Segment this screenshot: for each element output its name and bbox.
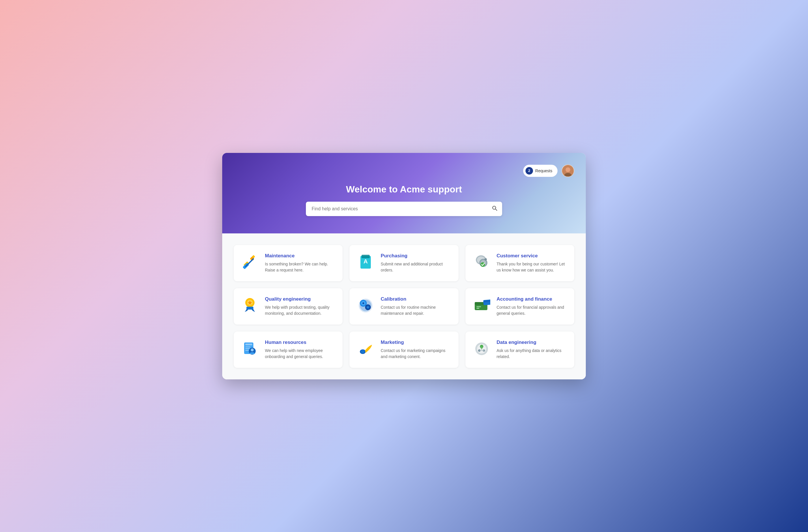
card-accounting-finance[interactable]: Accounting and finance Contact us for fi… (465, 288, 574, 325)
search-button[interactable] (492, 205, 497, 212)
card-quality-engineering[interactable]: Quality engineering We help with product… (234, 288, 343, 325)
svg-rect-41 (245, 350, 249, 351)
card-human-resources[interactable]: Human resources We can help with new emp… (234, 331, 343, 368)
card-title-maintenance: Maintenance (265, 253, 336, 259)
card-desc-maintenance: Is something broken? We can help. Raise … (265, 261, 336, 273)
app-window: 2 Requests Welcome to Acme support (222, 153, 586, 379)
svg-rect-33 (476, 306, 481, 307)
card-icon-human-resources (241, 340, 259, 358)
main-content: Maintenance Is something broken? We can … (222, 233, 586, 379)
search-input[interactable] (306, 202, 502, 216)
card-content-purchasing: Purchasing Submit new and additional pro… (381, 253, 451, 273)
card-content-quality-engineering: Quality engineering We help with product… (265, 296, 336, 316)
card-content-data-engineering: Data engineering Ask us for anything dat… (497, 340, 567, 360)
card-icon-calibration (356, 296, 375, 315)
card-title-marketing: Marketing (381, 340, 451, 345)
card-desc-purchasing: Submit new and additional product orders… (381, 261, 451, 273)
card-icon-marketing (356, 340, 375, 358)
card-title-customer-service: Customer service (497, 253, 567, 259)
card-title-data-engineering: Data engineering (497, 340, 567, 345)
card-desc-calibration: Contact us for routine machine maintenan… (381, 305, 451, 316)
card-desc-accounting-finance: Contact us for financial approvals and g… (497, 305, 567, 316)
card-desc-quality-engineering: We help with product testing, quality mo… (265, 305, 336, 316)
svg-rect-38 (245, 344, 252, 345)
page-title: Welcome to Acme support (234, 184, 574, 195)
svg-point-43 (251, 349, 254, 351)
svg-line-4 (495, 209, 497, 210)
card-icon-purchasing: A (356, 253, 375, 272)
svg-point-18 (484, 258, 487, 260)
svg-rect-11 (362, 255, 370, 258)
card-title-calibration: Calibration (381, 296, 451, 302)
card-title-purchasing: Purchasing (381, 253, 451, 259)
svg-rect-22 (246, 307, 253, 310)
card-purchasing[interactable]: A Purchasing Submit new and additional p… (349, 245, 458, 281)
card-title-accounting-finance: Accounting and finance (497, 296, 567, 302)
cards-grid: Maintenance Is something broken? We can … (234, 245, 574, 368)
svg-point-30 (367, 307, 368, 308)
card-icon-quality-engineering (241, 296, 259, 315)
svg-rect-39 (245, 347, 251, 347)
card-content-customer-service: Customer service Thank you for being our… (497, 253, 567, 273)
requests-button[interactable]: 2 Requests (523, 165, 557, 177)
card-icon-maintenance (241, 253, 259, 272)
card-maintenance[interactable]: Maintenance Is something broken? We can … (234, 245, 343, 281)
card-icon-data-engineering (472, 340, 491, 358)
svg-point-29 (363, 302, 364, 304)
requests-label: Requests (535, 168, 552, 173)
hero-section: 2 Requests Welcome to Acme support (222, 153, 586, 233)
card-icon-customer-service (472, 253, 491, 272)
card-data-engineering[interactable]: Data engineering Ask us for anything dat… (465, 331, 574, 368)
card-icon-accounting-finance (472, 296, 491, 315)
svg-point-1 (566, 167, 570, 172)
avatar[interactable] (562, 164, 574, 177)
card-content-maintenance: Maintenance Is something broken? We can … (265, 253, 336, 273)
requests-badge: 2 (526, 167, 533, 175)
card-desc-data-engineering: Ask us for anything data or analytics re… (497, 348, 567, 360)
card-title-quality-engineering: Quality engineering (265, 296, 336, 302)
svg-rect-34 (476, 308, 479, 309)
card-customer-service[interactable]: Customer service Thank you for being our… (465, 245, 574, 281)
card-desc-human-resources: We can help with new employee onboarding… (265, 348, 336, 360)
search-container (306, 202, 502, 216)
card-calibration[interactable]: Calibration Contact us for routine machi… (349, 288, 458, 325)
svg-text:A: A (364, 258, 368, 264)
svg-point-45 (361, 350, 365, 353)
card-content-human-resources: Human resources We can help with new emp… (265, 340, 336, 360)
card-title-human-resources: Human resources (265, 340, 336, 345)
search-icon (492, 205, 497, 211)
card-desc-customer-service: Thank you for being our customer! Let us… (497, 261, 567, 273)
card-content-marketing: Marketing Contact us for marketing campa… (381, 340, 451, 360)
hero-nav: 2 Requests (234, 164, 574, 177)
card-content-calibration: Calibration Contact us for routine machi… (381, 296, 451, 316)
card-marketing[interactable]: Marketing Contact us for marketing campa… (349, 331, 458, 368)
card-content-accounting-finance: Accounting and finance Contact us for fi… (497, 296, 567, 316)
card-desc-marketing: Contact us for marketing campaigns and m… (381, 348, 451, 360)
